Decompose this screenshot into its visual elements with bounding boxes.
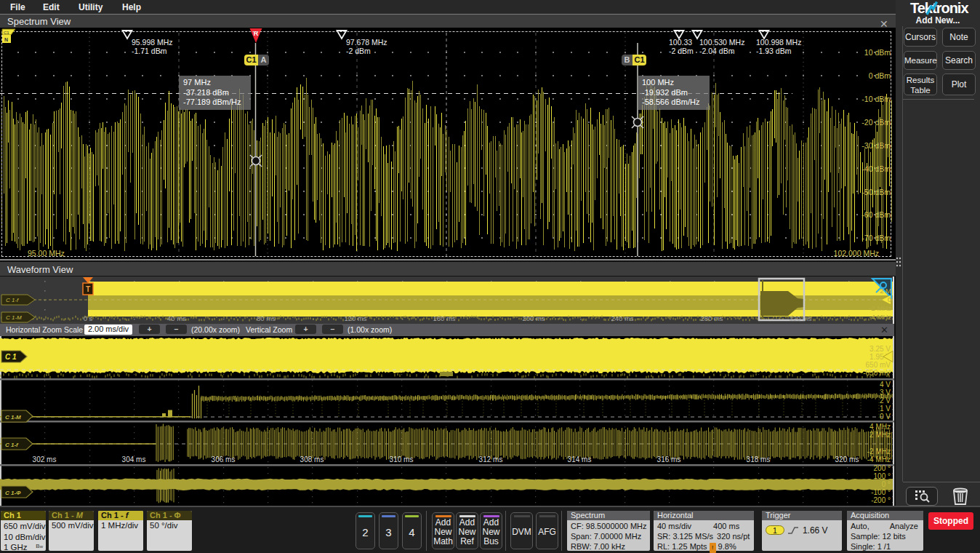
svg-text:310 ms: 310 ms <box>390 455 414 464</box>
svg-text:240 ms: 240 ms <box>611 314 633 322</box>
svg-text:302 ms: 302 ms <box>33 455 57 464</box>
svg-text:200 ms: 200 ms <box>522 314 545 322</box>
svg-text:650 mV: 650 mV <box>866 361 891 369</box>
svg-text:N: N <box>4 37 8 42</box>
svg-text:-650 mV: -650 mV <box>863 369 891 377</box>
svg-text:306 ms: 306 ms <box>212 455 236 464</box>
svg-text:0 s: 0 s <box>84 314 93 322</box>
svg-text:-2 MHz: -2 MHz <box>869 304 891 312</box>
svg-text:2 V: 2 V <box>880 397 891 405</box>
svg-text:160 ms: 160 ms <box>433 314 455 322</box>
svg-text:1 V: 1 V <box>880 405 891 413</box>
svg-text:-100 °: -100 ° <box>871 488 891 496</box>
svg-text:T: T <box>86 285 90 293</box>
svg-text:C1: C1 <box>4 31 9 35</box>
svg-text:100 °: 100 ° <box>874 472 891 480</box>
svg-text:-200 °: -200 ° <box>871 496 891 504</box>
svg-text:304 ms: 304 ms <box>122 455 146 464</box>
svg-text:120 ms: 120 ms <box>344 314 366 322</box>
svg-text:308 ms: 308 ms <box>300 455 324 464</box>
svg-text:2 MHz: 2 MHz <box>869 431 891 439</box>
svg-text:0 °: 0 ° <box>882 480 891 488</box>
svg-text:320 ms: 320 ms <box>835 455 859 464</box>
svg-text:314 ms: 314 ms <box>568 455 592 464</box>
svg-text:-2 MHz: -2 MHz <box>867 447 891 455</box>
svg-text:316 ms: 316 ms <box>657 455 681 464</box>
svg-text:2 M: 2 M <box>880 287 891 295</box>
svg-text:C 1: C 1 <box>5 353 17 361</box>
svg-text:4 V: 4 V <box>880 381 891 389</box>
svg-text:C 1-Φ: C 1-Φ <box>5 490 21 496</box>
svg-text:80 ms: 80 ms <box>257 314 276 322</box>
svg-text:0: 0 <box>888 295 891 303</box>
svg-text:280 ms: 280 ms <box>700 314 723 322</box>
svg-text:C 1-f: C 1-f <box>6 297 19 303</box>
svg-text:320 ms: 320 ms <box>789 314 811 322</box>
svg-text:3 V: 3 V <box>880 389 891 397</box>
svg-text:C 1-f: C 1-f <box>5 442 19 448</box>
svg-text:C 1-M: C 1-M <box>5 414 21 421</box>
svg-text:C 1-M: C 1-M <box>6 314 22 321</box>
svg-text:318 ms: 318 ms <box>747 455 771 464</box>
svg-text:3.25 V: 3.25 V <box>869 345 891 353</box>
svg-text:40 ms: 40 ms <box>167 314 186 322</box>
svg-text:312 ms: 312 ms <box>479 455 503 464</box>
svg-text:200 °: 200 ° <box>874 464 891 472</box>
svg-text:-4 MHz: -4 MHz <box>869 313 891 321</box>
svg-text:-4 MHz: -4 MHz <box>867 455 891 464</box>
svg-text:4 MHz: 4 MHz <box>869 423 891 431</box>
svg-text:0 V: 0 V <box>880 413 891 421</box>
